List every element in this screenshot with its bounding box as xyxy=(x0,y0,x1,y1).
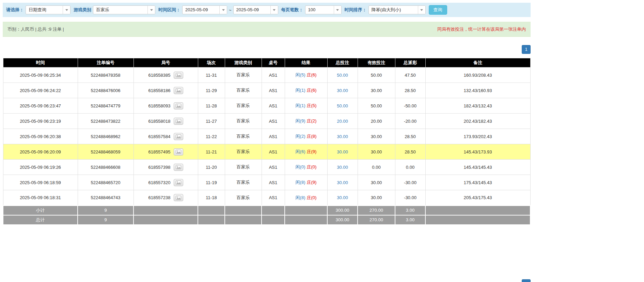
query-type-value: 日期查询 xyxy=(26,6,63,14)
summary-bar: 币别：人民币 | 总共 :9 注单 | 同局有效投注，统一计算在该局第一张注单内 xyxy=(3,22,531,37)
cell-valid-bet: 0.00 xyxy=(358,160,395,175)
result-player: 闲(5) xyxy=(296,72,305,77)
round-number: 618557495 xyxy=(148,149,170,154)
result-banker: 庄(0) xyxy=(307,164,317,169)
cell-bet-id: 522488464743 xyxy=(78,190,133,206)
cell-total-bet: 50.00 xyxy=(327,68,358,83)
roadmap-preview-button[interactable] xyxy=(174,87,183,94)
cell-time: 2025-05-09 06:18:31 xyxy=(3,190,78,206)
cell-result: 闲(5)庄(6) xyxy=(285,68,327,83)
date-from-value: 2025-05-09 xyxy=(183,6,219,14)
date-from-dropdown[interactable]: 2025-05-09 xyxy=(182,5,227,14)
search-button[interactable]: 查询 xyxy=(429,5,447,15)
cell-remark: 175.43/145.43 xyxy=(425,175,530,190)
dropdown-arrow-button[interactable] xyxy=(334,6,341,14)
sort-order-value: 降幂(由大到小) xyxy=(369,6,418,14)
header-valid-bet: 有效投注 xyxy=(358,58,395,68)
cell-time: 2025-05-09 06:23:19 xyxy=(3,114,78,129)
total-bet-link[interactable]: 30.00 xyxy=(337,88,348,93)
round-number: 618557238 xyxy=(148,195,170,200)
cell-bet-id: 522488468962 xyxy=(78,129,133,144)
header-remark: 备注 xyxy=(425,58,530,68)
page-1-button[interactable]: 1 xyxy=(522,45,531,54)
result-banker: 庄(6) xyxy=(307,72,317,77)
page-1-button[interactable]: 1 xyxy=(522,279,531,282)
cell-total-bet: 30.00 xyxy=(327,160,358,175)
roadmap-preview-button[interactable] xyxy=(174,148,183,155)
cell-table-no: AS1 xyxy=(262,114,285,129)
roadmap-image-icon xyxy=(176,119,181,123)
caret-down-icon xyxy=(65,9,68,11)
cell-game-type: 百家乐 xyxy=(225,190,262,206)
cell-bet-id: 522488478358 xyxy=(78,68,133,83)
query-type-dropdown[interactable]: 日期查询 xyxy=(26,5,70,14)
cell-round-id: 618557398 xyxy=(133,160,198,175)
dropdown-arrow-button[interactable] xyxy=(418,6,425,14)
page-size-dropdown[interactable]: 100 xyxy=(305,5,342,14)
total-bet-link[interactable]: 50.00 xyxy=(337,73,348,78)
cell-game-type: 百家乐 xyxy=(225,144,262,160)
total-count: 9 xyxy=(78,215,133,225)
cell-round-id: 618558018 xyxy=(133,114,198,129)
footer-empty-cell xyxy=(198,206,225,215)
cell-round-id: 618557495 xyxy=(133,144,198,160)
caret-down-icon xyxy=(150,9,153,11)
cell-valid-bet: 50.00 xyxy=(358,98,395,114)
round-number: 618557584 xyxy=(148,134,170,139)
dropdown-arrow-button[interactable] xyxy=(270,6,278,14)
cell-result: 闲(9)庄(2) xyxy=(285,114,327,129)
cell-bet-id: 522488474779 xyxy=(78,98,133,114)
total-bet-link[interactable]: 30.00 xyxy=(337,134,348,139)
cell-round-id: 618557584 xyxy=(133,129,198,144)
cell-result: 闲(2)庄(8) xyxy=(285,129,327,144)
result-banker: 庄(8) xyxy=(307,134,317,139)
round-number: 618558093 xyxy=(148,103,170,108)
footer-empty-cell xyxy=(425,215,530,225)
subtotal-payout: 3.00 xyxy=(395,206,425,215)
total-bet-link[interactable]: 50.00 xyxy=(337,103,348,108)
table-row: 2025-05-09 06:18:59 522488465720 6185573… xyxy=(3,175,530,190)
table-footer: 小计 9 300.00 270.00 3.00 总计 9 30 xyxy=(3,206,530,225)
total-total-bet: 300.00 xyxy=(327,215,358,225)
cell-time: 2025-05-09 06:24:22 xyxy=(3,83,78,98)
cell-payout: -20.00 xyxy=(395,114,425,129)
roadmap-preview-button[interactable] xyxy=(174,102,183,109)
cell-valid-bet: 30.00 xyxy=(358,144,395,160)
cell-bet-id: 522488468059 xyxy=(78,144,133,160)
roadmap-preview-button[interactable] xyxy=(174,133,183,140)
cell-payout: 28.50 xyxy=(395,144,425,160)
cell-total-bet: 30.00 xyxy=(327,83,358,98)
cell-valid-bet: 20.00 xyxy=(358,114,395,129)
total-bet-link[interactable]: 30.00 xyxy=(337,149,348,154)
total-bet-link[interactable]: 20.00 xyxy=(337,119,348,124)
sort-label: 时间排序： xyxy=(345,7,367,13)
game-type-dropdown[interactable]: 百家乐 xyxy=(93,5,155,14)
cell-table-no: AS1 xyxy=(262,175,285,190)
roadmap-preview-button[interactable] xyxy=(174,72,183,79)
page-size-value: 100 xyxy=(305,6,334,14)
cell-round-id: 618557320 xyxy=(133,175,198,190)
cell-table-no: AS1 xyxy=(262,190,285,206)
roadmap-preview-button[interactable] xyxy=(174,118,183,125)
cell-result: 闲(8)庄(0) xyxy=(285,190,327,206)
total-bet-link[interactable]: 30.00 xyxy=(337,195,348,200)
dropdown-arrow-button[interactable] xyxy=(63,6,70,14)
roadmap-preview-button[interactable] xyxy=(174,194,183,201)
cell-session: 11-29 xyxy=(198,83,225,98)
date-to-dropdown[interactable]: 2025-05-09 xyxy=(233,5,278,14)
dropdown-arrow-button[interactable] xyxy=(219,6,227,14)
result-banker: 庄(0) xyxy=(307,195,317,200)
cell-total-bet: 30.00 xyxy=(327,144,358,160)
dropdown-arrow-button[interactable] xyxy=(147,6,155,14)
subtotal-row: 小计 9 300.00 270.00 3.00 xyxy=(3,206,530,215)
total-row: 总计 9 300.00 270.00 3.00 xyxy=(3,215,530,225)
total-bet-link[interactable]: 30.00 xyxy=(337,180,348,185)
header-row: 时间 注单编号 局号 场次 游戏类别 桌号 结果 总投注 有效投注 总派彩 备注 xyxy=(3,58,530,68)
roadmap-preview-button[interactable] xyxy=(174,179,183,186)
total-bet-link[interactable]: 30.00 xyxy=(337,165,348,170)
roadmap-preview-button[interactable] xyxy=(174,164,183,171)
sort-order-dropdown[interactable]: 降幂(由大到小) xyxy=(368,5,426,14)
cell-result: 闲(6)庄(9) xyxy=(285,144,327,160)
cell-remark: 132.43/160.93 xyxy=(425,83,530,98)
cell-round-id: 618558186 xyxy=(133,83,198,98)
